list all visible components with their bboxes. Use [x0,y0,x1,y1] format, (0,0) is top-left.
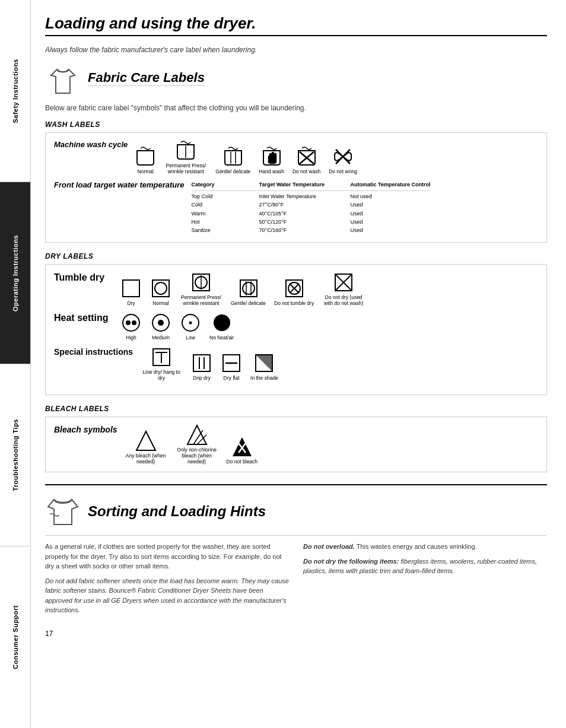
wash-symbol-normal: Normal [135,146,156,174]
bleach-sym-do-not: Do not bleach [227,436,257,465]
svg-marker-41 [256,355,272,371]
title-divider [45,35,547,36]
sym-label-do-not-wring: Do not wring [329,169,357,174]
sorting-do-not-overload-text: This wastes energy and causes wrinkling. [357,543,477,550]
tumble-symbols: Dry Normal Perm [120,272,365,306]
bleach-sym-non-chlorine: Only non-chlorine bleach (when needed) [176,424,218,465]
sidebar-section-consumer[interactable]: Consumer Support [0,546,30,728]
machine-wash-label: Machine wash cycle [54,140,128,150]
dry-labels-box: Tumble dry Dry Normal [45,264,547,395]
page-title: Loading and using the dryer. [45,14,547,33]
tumble-dry-label: Tumble dry [54,272,113,284]
heat-sym-low: Low [186,335,195,341]
wash-labels-title: WASH LABELS [45,120,547,129]
tumble-sym-perm-press: Permanent Press/ wrinkle resistant [180,294,222,306]
svg-marker-43 [187,425,206,444]
heat-symbol-high: High [120,312,142,341]
dry-symbol-do-not-dry: Do not dry (used with do not wash) [322,272,365,306]
wash-symbols-row: Normal Permanent Press/ wrinkle resistan… [135,140,357,174]
svg-point-31 [214,314,230,331]
sidebar-label-troubleshooting: Troubleshooting Tips [12,419,19,491]
tumble-sym-normal: Normal [152,300,168,306]
bleach-symbols-row: Any bleach (when needed) Only non-chlori… [125,424,257,465]
sorting-title: Sorting and Loading Hints [88,503,266,520]
special-sym-drip: Drip dry [191,352,212,381]
special-instructions-row: Special instructions Line dry/ hang to d… [54,346,538,381]
bleach-row: Bleach symbols Any bleach (when needed) [54,424,538,465]
temp-table: Category Target Water Temperature Automa… [192,180,431,234]
sym-label-do-not-wash: Do not wash [292,169,320,174]
tumble-sym-do-not: Do not tumble dry [274,300,314,306]
temp-header-target: Target Water Temperature [259,180,336,189]
sidebar-label-consumer: Consumer Support [12,605,19,669]
wash-symbol-hand: Hand wash [259,146,284,174]
wash-symbol-gentle: Gentle/ delicate [215,146,250,174]
sym-label-perm-press: Permanent Press/ wrinkle resistant [164,163,207,174]
dry-symbol-dry: Dry [120,278,142,306]
main-content: Loading and using the dryer. Always foll… [31,0,566,728]
fabric-care-icon [45,63,81,99]
bleach-labels-title: BLEACH LABELS [45,405,547,413]
svg-rect-7 [123,280,139,297]
dry-symbol-do-not-tumble: Do not tumble dry [274,278,314,306]
sorting-header: Sorting and Loading Hints [45,494,547,529]
bleach-labels-box: Bleach symbols Any bleach (when needed) [45,417,547,473]
page-number: 17 [45,630,547,638]
machine-wash-row: Machine wash cycle Normal [54,140,538,174]
tumble-sym-dry: Dry [127,300,135,306]
bleach-any-label: Any bleach (when needed) [125,453,167,465]
sidebar-section-troubleshooting[interactable]: Troubleshooting Tips [0,364,30,546]
bleach-do-not-label: Do not bleach [227,459,257,465]
heat-symbol-low: Low [180,312,201,341]
special-sym-flat-label: Dry flat [224,375,240,381]
sorting-right-p2: Do not dry the following items: fibergla… [303,557,547,576]
sorting-left-p2: Do not add fabric softener sheets once t… [45,576,289,615]
sidebar: Safety Instructions Operating Instructio… [0,0,31,728]
wash-labels-box: Machine wash cycle Normal [45,132,547,243]
heat-setting-label: Heat setting [54,312,113,325]
sorting-left: As a general rule, if clothes are sorted… [45,542,289,620]
tumble-dry-row: Tumble dry Dry Normal [54,272,538,306]
temp-header-cat: Category [192,180,245,189]
heat-setting-row: Heat setting High [54,312,538,341]
special-sym-line-label: Line dry/ hang to dry [140,369,183,381]
bleach-symbols-label: Bleach symbols [54,424,117,435]
sidebar-section-operating[interactable]: Operating Instructions [0,182,30,364]
heat-symbols: High Medium Low [120,312,234,341]
svg-point-24 [123,314,139,331]
tumble-sym-do-not-dry: Do not dry (used with do not wash) [322,294,365,306]
svg-point-14 [243,282,255,294]
sorting-right: Do not overload. This wastes energy and … [303,542,547,620]
bleach-non-chlor-label: Only non-chlorine bleach (when needed) [176,447,218,465]
temp-header-auto: Automatic Temperature Control [351,180,431,189]
heat-sym-no-heat: No heat/air [209,335,234,341]
svg-point-30 [189,322,192,325]
dry-symbol-normal: Normal [150,278,171,306]
sorting-do-not-overload-bold: Do not overload. [303,543,355,550]
wash-symbol-perm-press: Permanent Press/ wrinkle resistant [164,140,207,174]
fabric-care-header: Fabric Care Labels [45,63,547,99]
fabric-care-desc: Below are fabric care label "symbols" th… [45,104,547,112]
page-subtitle: Always follow the fabric manufacturer's … [45,46,547,54]
temp-row: Front load target water temperature Cate… [54,180,538,234]
heat-sym-medium: Medium [152,335,170,341]
sidebar-section-safety[interactable]: Safety Instructions [0,0,30,182]
special-symbols: Line dry/ hang to dry Drip dry [140,346,278,381]
svg-point-26 [132,320,136,325]
special-sym-line-dry: Line dry/ hang to dry [140,346,183,381]
sidebar-label-operating: Operating Instructions [12,235,19,311]
special-sym-shade-label: In the shade [250,375,278,381]
svg-point-25 [126,320,131,325]
heat-symbol-medium: Medium [150,312,171,341]
svg-line-44 [193,430,203,444]
svg-point-9 [155,282,167,294]
dry-labels-title: DRY LABELS [45,252,547,260]
wash-symbol-do-not-wash: Do not wash [292,146,320,174]
sym-label-normal: Normal [138,169,154,174]
special-sym-drip-label: Drip dry [193,375,211,381]
svg-marker-42 [136,431,155,450]
heat-sym-high: High [126,335,136,341]
tumble-sym-gentle: Gentle/ delicate [231,300,266,306]
sym-label-hand: Hand wash [259,169,284,174]
bleach-sym-any: Any bleach (when needed) [125,430,167,465]
